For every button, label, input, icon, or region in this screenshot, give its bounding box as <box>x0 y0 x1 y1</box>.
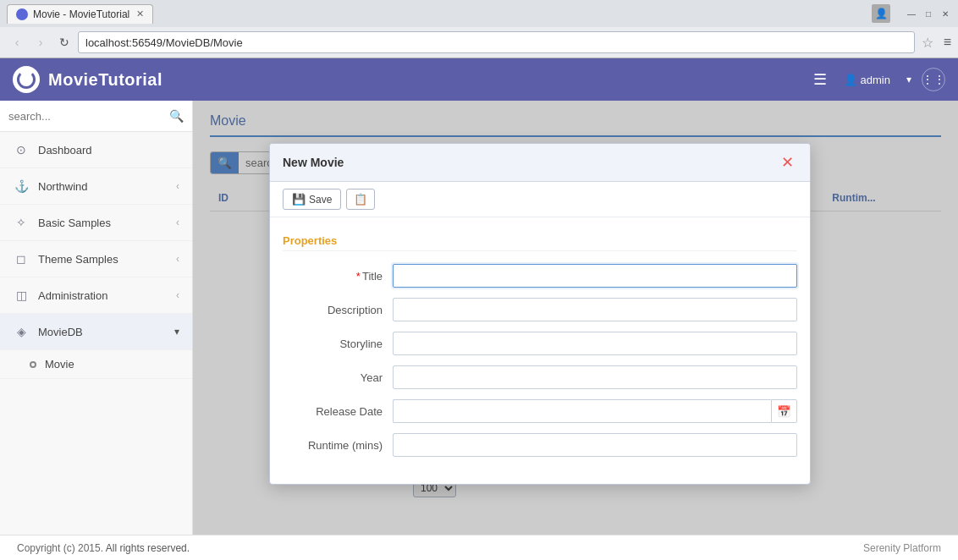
modal-header: New Movie ✕ <box>270 144 810 182</box>
description-label: Description <box>283 304 393 316</box>
title-label: *Title <box>283 270 393 283</box>
sidebar-item-label: Theme Samples <box>38 253 176 266</box>
sidebar-child-movie[interactable]: Movie <box>0 350 192 379</box>
moviedb-arrow: ▾ <box>174 326 179 338</box>
year-input[interactable] <box>393 365 797 389</box>
modal-toolbar: 💾 Save 📋 <box>270 182 810 217</box>
sidebar: 🔍 ⊙ Dashboard ⚓ Northwind ‹ ✧ Basic Samp… <box>0 101 193 535</box>
storyline-label: Storyline <box>283 338 393 350</box>
modal-title: New Movie <box>283 156 344 169</box>
app-title: MovieTutorial <box>48 70 162 90</box>
sidebar-item-label: Basic Samples <box>38 217 176 229</box>
sidebar-item-label: MovieDB <box>38 326 174 338</box>
save-disk-icon: 💾 <box>292 193 306 206</box>
back-button[interactable]: ‹ <box>7 32 27 52</box>
app-logo <box>13 66 40 93</box>
new-movie-modal: New Movie ✕ 💾 Save 📋 Properties *Tit <box>269 143 811 485</box>
release-date-label: Release Date <box>283 405 393 418</box>
date-picker-button[interactable]: 📅 <box>771 399 797 423</box>
sidebar-item-label: Northwind <box>38 180 176 193</box>
movie-dot-icon <box>30 361 36 368</box>
tab-favicon <box>16 8 28 20</box>
administration-arrow: ‹ <box>176 289 179 301</box>
modal-extra-button[interactable]: 📋 <box>346 189 375 210</box>
sidebar-item-theme-samples[interactable]: ◻ Theme Samples ‹ <box>0 241 192 277</box>
title-input[interactable] <box>393 264 797 288</box>
runtime-label: Runtime (mins) <box>283 439 393 452</box>
sidebar-search-icon[interactable]: 🔍 <box>169 109 184 123</box>
storyline-input[interactable] <box>393 332 797 355</box>
basic-samples-arrow: ‹ <box>176 217 179 228</box>
form-row-runtime: Runtime (mins) <box>283 433 797 457</box>
refresh-button[interactable]: ↻ <box>54 32 74 52</box>
theme-samples-arrow: ‹ <box>176 253 179 265</box>
maximize-button[interactable]: □ <box>922 8 934 19</box>
browser-tab[interactable]: Movie - MovieTutorial ✕ <box>7 4 153 24</box>
sidebar-item-moviedb[interactable]: ◈ MovieDB ▾ <box>0 314 192 350</box>
description-input[interactable] <box>393 298 797 321</box>
form-row-release-date: Release Date 📅 <box>283 399 797 423</box>
date-input-wrapper: 📅 <box>393 399 797 423</box>
footer-brand: Serenity Platform <box>863 542 941 554</box>
dashboard-icon: ⊙ <box>13 141 30 158</box>
sidebar-item-label: Dashboard <box>38 144 179 156</box>
form-row-description: Description <box>283 298 797 321</box>
northwind-icon: ⚓ <box>13 178 30 195</box>
logo-spinner <box>17 70 36 89</box>
sidebar-item-northwind[interactable]: ⚓ Northwind ‹ <box>0 168 192 205</box>
admin-arrow[interactable]: ▾ <box>906 74 911 85</box>
form-row-storyline: Storyline <box>283 332 797 355</box>
window-user-icon: 👤 <box>872 4 890 23</box>
administration-icon: ◫ <box>13 287 30 304</box>
form-row-year: Year <box>283 365 797 389</box>
main-content: Movie 🔍 ⊕ New Movie 📋 📊 ID Title <box>193 101 958 535</box>
moviedb-icon: ◈ <box>13 323 30 340</box>
app-header: MovieTutorial ☰ admin ▾ ⋮⋮ <box>0 58 958 101</box>
northwind-arrow: ‹ <box>176 180 179 192</box>
minimize-button[interactable]: — <box>906 8 917 19</box>
save-label: Save <box>309 194 332 206</box>
properties-section-title: Properties <box>283 234 797 251</box>
required-mark: * <box>356 270 361 283</box>
sidebar-search-box[interactable]: 🔍 <box>0 101 192 132</box>
runtime-input[interactable] <box>393 433 797 457</box>
app-footer: Copyright (c) 2015. All rights reserved.… <box>0 535 958 560</box>
modal-close-button[interactable]: ✕ <box>777 152 797 173</box>
tab-close-btn[interactable]: ✕ <box>136 8 144 19</box>
tab-title: Movie - MovieTutorial <box>33 8 129 20</box>
basic-samples-icon: ✧ <box>13 214 30 231</box>
admin-menu[interactable]: admin <box>844 74 890 86</box>
sidebar-search-input[interactable] <box>8 110 169 123</box>
sidebar-item-basic-samples[interactable]: ✧ Basic Samples ‹ <box>0 205 192 241</box>
year-label: Year <box>283 371 393 384</box>
footer-copyright: Copyright (c) 2015. All rights reserved. <box>17 542 190 554</box>
hamburger-menu[interactable]: ☰ <box>813 70 827 89</box>
close-button[interactable]: ✕ <box>939 8 951 19</box>
browser-menu-button[interactable]: ≡ <box>944 35 951 50</box>
bookmark-star[interactable]: ☆ <box>922 35 933 51</box>
form-row-title: *Title <box>283 264 797 288</box>
address-bar[interactable] <box>78 31 915 53</box>
release-date-input[interactable] <box>393 399 771 423</box>
sidebar-item-administration[interactable]: ◫ Administration ‹ <box>0 277 192 314</box>
save-button[interactable]: 💾 Save <box>283 189 341 210</box>
forward-button[interactable]: › <box>30 32 51 52</box>
sidebar-item-dashboard[interactable]: ⊙ Dashboard <box>0 132 192 168</box>
modal-body: Properties *Title Description <box>270 217 810 484</box>
sidebar-item-label: Administration <box>38 289 176 302</box>
sidebar-child-label: Movie <box>45 358 74 371</box>
theme-samples-icon: ◻ <box>13 250 30 267</box>
share-icon-btn[interactable]: ⋮⋮ <box>922 68 945 91</box>
